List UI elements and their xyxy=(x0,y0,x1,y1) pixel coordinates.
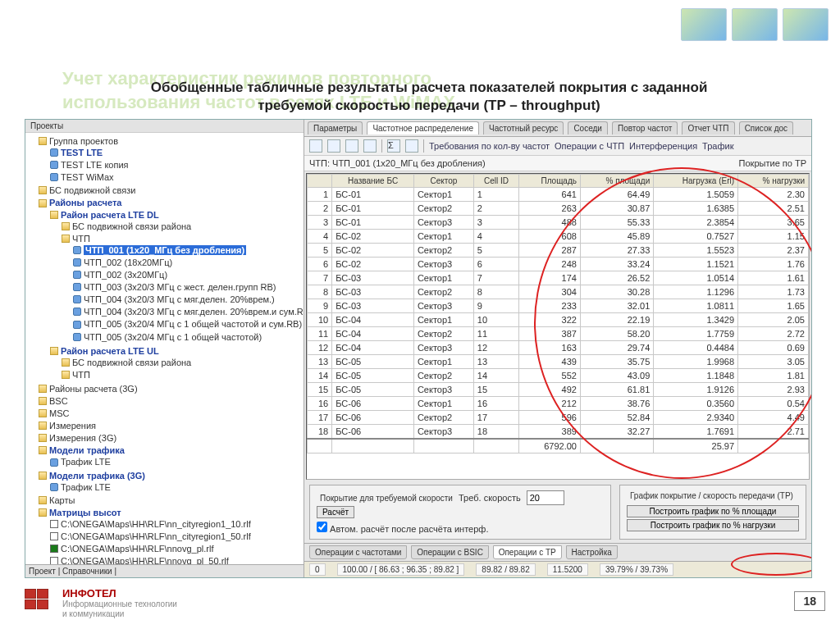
tree-chtp-item[interactable]: ЧТП_003 (3x20/3 МГц с жест. делен.групп … xyxy=(73,280,304,293)
table-row[interactable]: 11БС-04Сектор21138758.201.77592.72 xyxy=(308,327,809,341)
table-row[interactable]: 18БС-06Сектор31838932.271.76912.71 xyxy=(308,425,809,440)
tree-bsc[interactable]: BSC xyxy=(39,394,304,407)
tree-model-traf[interactable]: Модели трафика Трафик LTE xyxy=(39,444,304,468)
req-speed-input[interactable] xyxy=(527,490,564,505)
tree-chtp-item[interactable]: ЧТП_005 (3x20/4 МГц с 1 общей частотой) xyxy=(73,330,304,343)
tool-icon[interactable] xyxy=(363,139,377,153)
checkbox-icon[interactable] xyxy=(50,520,58,528)
autocalc-cb[interactable] xyxy=(317,522,327,532)
col-bs[interactable]: Название БС xyxy=(332,175,414,188)
autocalc-checkbox[interactable]: Автом. расчёт после расчёта интерф. xyxy=(317,522,488,534)
slide-footer: ИНФОТЕЛ Информационные технологии и комм… xyxy=(25,587,177,619)
tab-freq-res[interactable]: Частотный ресурс xyxy=(483,121,564,134)
checkbox-icon[interactable] xyxy=(50,545,58,553)
tree-path-3[interactable]: C:\ONEGA\Maps\HH\RLF\nnovg_pl.rlf xyxy=(50,542,304,554)
tree-chtp-item[interactable]: ЧТП_004 (3x20/3 МГц с мяг.делен. 20%врем… xyxy=(73,293,304,305)
col-pctload[interactable]: % нагрузки xyxy=(738,175,809,188)
table-row[interactable]: 5БС-02Сектор2528727.331.55232.37 xyxy=(308,244,809,258)
tree-bs-podv[interactable]: БС подвижной связи xyxy=(39,184,304,196)
tree-chtp-item[interactable]: ЧТП_004 (3x20/3 МГц с мяг.делен. 20%врем… xyxy=(73,305,304,317)
tool-icon[interactable] xyxy=(327,139,340,153)
tab-neighbors[interactable]: Соседи xyxy=(568,121,608,134)
tree-raion-lte-dl[interactable]: Район расчета LTE DL БС подвижной связи … xyxy=(50,208,304,344)
table-row[interactable]: 17БС-06Сектор21759652.842.93404.49 xyxy=(308,411,809,425)
tree-test-wimax[interactable]: TEST WiMax xyxy=(50,171,304,183)
tool-label-chtp[interactable]: Операции с ЧТП xyxy=(555,141,624,151)
table-row[interactable]: 15БС-05Сектор31549261.811.91262.93 xyxy=(308,383,809,397)
table-row[interactable]: 12БС-04Сектор31216329.740.44840.69 xyxy=(308,341,809,355)
tree-path-2[interactable]: C:\ONEGA\Maps\HH\RLF\nn_cityregion1_50.r… xyxy=(50,530,304,542)
tab-repeat-freq[interactable]: Повтор частот xyxy=(612,121,678,134)
optab-bsic[interactable]: Операции с BSIC xyxy=(411,545,489,559)
table-row[interactable]: 14БС-05Сектор21455243.091.18481.81 xyxy=(308,369,809,383)
tree-chtp-item[interactable]: ЧТП_002 (18x20МГц) xyxy=(73,256,304,268)
results-grid-wrap[interactable]: Название БС Сектор Cell ID Площадь % пло… xyxy=(306,173,810,480)
tree-chtp-selected[interactable]: ЧТП_001 (1x20_МГц без дробления) xyxy=(73,244,304,256)
table-row[interactable]: 13БС-05Сектор11343935.751.99683.05 xyxy=(308,355,809,369)
table-row[interactable]: 6БС-02Сектор3624833.241.15211.76 xyxy=(308,258,809,271)
plot-load-button[interactable]: Построить график по % нагрузки xyxy=(627,519,799,531)
tree-matr[interactable]: Матрицы высот C:\ONEGA\Maps\HH\RLF\nn_ci… xyxy=(39,506,304,564)
optab-tp[interactable]: Операции с TP xyxy=(493,545,562,559)
tree-path-1[interactable]: C:\ONEGA\Maps\HH\RLF\nn_cityregion1_10.r… xyxy=(50,517,304,530)
tab-report[interactable]: Отчет ЧТП xyxy=(682,121,734,134)
left-bottom-tabs[interactable]: Проект | Справочники | xyxy=(25,564,304,577)
col-load[interactable]: Нагрузка (Erl) xyxy=(654,175,738,188)
table-row[interactable]: 9БС-03Сектор3923332.011.08111.65 xyxy=(308,299,809,313)
table-row[interactable]: 8БС-03Сектор2830430.281.12961.73 xyxy=(308,285,809,299)
checkbox-icon[interactable] xyxy=(50,557,58,564)
table-row[interactable]: 3БС-01Сектор3348855.332.38543.65 xyxy=(308,216,809,230)
col-pct[interactable]: % площади xyxy=(580,175,653,188)
tree-traf-lte2[interactable]: Трафик LTE xyxy=(50,481,304,493)
tool-icon[interactable] xyxy=(405,139,418,153)
tree-izm3g[interactable]: Измерения (3G) xyxy=(39,431,304,444)
tree-chtp-item[interactable]: ЧТП_002 (3x20МГц) xyxy=(73,268,304,280)
table-row[interactable]: 2БС-01Сектор2226330.871.63852.51 xyxy=(308,202,809,216)
tree-chtp2[interactable]: ЧТП xyxy=(62,368,304,381)
project-tree[interactable]: Группа проектов TEST LTE TEST LTE копия … xyxy=(25,133,304,564)
tool-label-traffic[interactable]: Трафик xyxy=(702,141,733,151)
col-area[interactable]: Площадь xyxy=(519,175,581,188)
tool-icon[interactable] xyxy=(309,139,322,153)
col-sector[interactable]: Сектор xyxy=(413,175,473,188)
brand-sub1: Информационные технологии xyxy=(62,599,177,609)
tree-msc[interactable]: MSC xyxy=(39,407,304,419)
tree-raion-lte-ul[interactable]: Район расчета LTE UL БС подвижной связи … xyxy=(50,344,304,381)
sum-icon[interactable]: Σ xyxy=(387,139,400,153)
tree-test-lte-copy[interactable]: TEST LTE копия xyxy=(50,158,304,171)
tree-group-root[interactable]: Группа проектов TEST LTE TEST LTE копия … xyxy=(39,134,304,184)
tree-traf-lte[interactable]: Трафик LTE xyxy=(50,455,304,467)
calc-button[interactable]: Расчёт xyxy=(317,506,354,518)
tree-chtp[interactable]: ЧТП ЧТП_001 (1x20_МГц без дробления) ЧТП… xyxy=(62,232,304,344)
status-c5: 39.79% / 39.73% xyxy=(600,563,673,576)
tool-label-req[interactable]: Требования по кол-ву частот xyxy=(429,141,550,151)
plot-area-button[interactable]: Построить график по % площади xyxy=(627,505,799,517)
tree-izm[interactable]: Измерения xyxy=(39,419,304,431)
tab-freq-dist[interactable]: Частотное распределение xyxy=(367,121,479,134)
optab-settings[interactable]: Настройка xyxy=(566,545,618,559)
tree-karty[interactable]: Карты xyxy=(39,494,304,506)
tree-test-lte[interactable]: TEST LTE xyxy=(50,146,304,158)
tool-label-interf[interactable]: Интерференция xyxy=(629,141,697,151)
folder-icon xyxy=(39,397,47,405)
tab-list[interactable]: Список дос xyxy=(739,121,793,134)
table-row[interactable]: 16БС-06Сектор11621238.760.35600.54 xyxy=(308,397,809,411)
col-n[interactable] xyxy=(308,175,332,188)
checkbox-icon[interactable] xyxy=(50,532,58,540)
tree-raion-rasch[interactable]: Районы расчета Район расчета LTE DL БС п… xyxy=(39,196,304,381)
tree-chtp-item[interactable]: ЧТП_005 (3x20/4 МГц с 1 общей частотой и… xyxy=(73,317,304,330)
tree-raion-3g[interactable]: Районы расчета (3G) xyxy=(39,382,304,394)
tree-bs-podv-raiona2[interactable]: БС подвижной связи района xyxy=(62,356,304,368)
tree-bs-podv-raiona[interactable]: БС подвижной связи района xyxy=(62,220,304,232)
table-row[interactable]: 1БС-01Сектор1164164.491.50592.30 xyxy=(308,188,809,202)
tree-path-4[interactable]: C:\ONEGA\Maps\HH\RLF\nnovg_pl_50.rlf xyxy=(50,554,304,564)
doc-icon xyxy=(50,483,58,491)
optab-freq[interactable]: Операции с частотами xyxy=(309,545,407,559)
tool-icon[interactable] xyxy=(345,139,358,153)
table-row[interactable]: 10БС-04Сектор11032222.191.34292.05 xyxy=(308,313,809,327)
tree-model-traf-3g[interactable]: Модели трафика (3G) Трафик LTE xyxy=(39,469,304,494)
table-row[interactable]: 7БС-03Сектор1717426.521.05141.61 xyxy=(308,271,809,285)
table-row[interactable]: 4БС-02Сектор1460845.890.75271.15 xyxy=(308,230,809,244)
col-cell[interactable]: Cell ID xyxy=(473,175,518,188)
tab-params[interactable]: Параметры xyxy=(308,121,363,134)
